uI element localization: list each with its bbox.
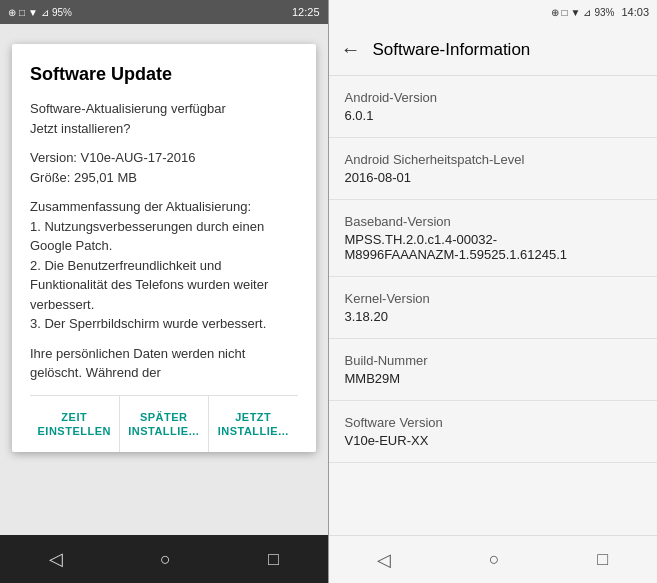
info-list: Android-Version 6.0.1 Android Sicherheit… <box>329 76 658 535</box>
home-button-left[interactable]: ○ <box>160 549 171 570</box>
baseband-label: Baseband-Version <box>345 214 642 229</box>
dialog-actions: ZEITEINSTELLEN SPÄTERINSTALLIE... JETZTI… <box>30 395 298 453</box>
spaeter-installieren-button[interactable]: SPÄTERINSTALLIE... <box>120 396 210 453</box>
baseband-item: Baseband-Version MPSS.TH.2.0.c1.4-00032-… <box>329 200 658 277</box>
right-panel: ⊕ □ ▼ ⊿ 93% 14:03 ← Software-Information… <box>329 0 658 583</box>
security-patch-label: Android Sicherheitspatch-Level <box>345 152 642 167</box>
nfc-icon: □ <box>19 7 25 18</box>
dialog-container: Software Update Software-Aktualisierung … <box>0 24 328 535</box>
bluetooth-icon: ⊕ <box>8 7 16 18</box>
kernel-value: 3.18.20 <box>345 309 642 324</box>
build-nummer-label: Build-Nummer <box>345 353 642 368</box>
dialog-line-2: Version: V10e-AUG-17-2016Größe: 295,01 M… <box>30 148 298 187</box>
dialog-title: Software Update <box>30 64 298 85</box>
data-icon: ▼ <box>28 7 38 18</box>
dialog-card: Software Update Software-Aktualisierung … <box>12 44 316 452</box>
recent-button-nav-right[interactable]: □ <box>597 549 608 570</box>
nav-bar-right: ◁ ○ □ <box>329 535 658 583</box>
data-icon-right: ▼ <box>571 7 581 18</box>
battery-percent-left: 95% <box>52 7 72 18</box>
status-icons-right: ⊕ □ ▼ ⊿ 93% <box>551 7 615 18</box>
back-button-nav-right[interactable]: ◁ <box>377 549 391 571</box>
dialog-body: Software-Aktualisierung verfügbarJetzt i… <box>30 99 298 383</box>
android-version-value: 6.0.1 <box>345 108 642 123</box>
status-icons-left: ⊕ □ ▼ ⊿ ⊕ □ ▼ ⊿ 95% 95% <box>8 7 72 18</box>
back-button-right[interactable]: ← <box>341 38 361 61</box>
time-right: 14:03 <box>621 6 649 18</box>
baseband-value: MPSS.TH.2.0.c1.4-00032-M8996FAAANAZM-1.5… <box>345 232 642 262</box>
left-panel: ⊕ □ ▼ ⊿ ⊕ □ ▼ ⊿ 95% 95% 12:25 Software U… <box>0 0 328 583</box>
status-bar-left: ⊕ □ ▼ ⊿ ⊕ □ ▼ ⊿ 95% 95% 12:25 <box>0 0 328 24</box>
signal-icon-right: ⊿ <box>583 7 591 18</box>
security-patch-item: Android Sicherheitspatch-Level 2016-08-0… <box>329 138 658 200</box>
dialog-line-1: Software-Aktualisierung verfügbarJetzt i… <box>30 99 298 138</box>
battery-percent-right: 93% <box>594 7 614 18</box>
software-version-value: V10e-EUR-XX <box>345 433 642 448</box>
app-bar-title: Software-Information <box>373 40 531 60</box>
nfc-icon-right: □ <box>562 7 568 18</box>
home-button-nav-right[interactable]: ○ <box>489 549 500 570</box>
recent-button-left[interactable]: □ <box>268 549 279 570</box>
bluetooth-icon-right: ⊕ <box>551 7 559 18</box>
nav-bar-left: ◁ ○ □ <box>0 535 328 583</box>
software-version-label: Software Version <box>345 415 642 430</box>
kernel-label: Kernel-Version <box>345 291 642 306</box>
android-version-label: Android-Version <box>345 90 642 105</box>
android-version-item: Android-Version 6.0.1 <box>329 76 658 138</box>
software-version-item: Software Version V10e-EUR-XX <box>329 401 658 463</box>
build-nummer-item: Build-Nummer MMB29M <box>329 339 658 401</box>
signal-icon: ⊿ <box>41 7 49 18</box>
dialog-line-3: Zusammenfassung der Aktualisierung: 1. N… <box>30 197 298 334</box>
jetzt-installieren-button[interactable]: JETZTINSTALLIE... <box>209 396 298 453</box>
kernel-item: Kernel-Version 3.18.20 <box>329 277 658 339</box>
status-bar-right: ⊕ □ ▼ ⊿ 93% 14:03 <box>329 0 658 24</box>
app-bar: ← Software-Information <box>329 24 658 76</box>
time-left: 12:25 <box>292 6 320 18</box>
back-button-left[interactable]: ◁ <box>49 548 63 570</box>
zeit-einstellen-button[interactable]: ZEITEINSTELLEN <box>30 396 120 453</box>
dialog-line-4: Ihre persönlichen Daten werden nicht gel… <box>30 344 298 383</box>
build-nummer-value: MMB29M <box>345 371 642 386</box>
security-patch-value: 2016-08-01 <box>345 170 642 185</box>
